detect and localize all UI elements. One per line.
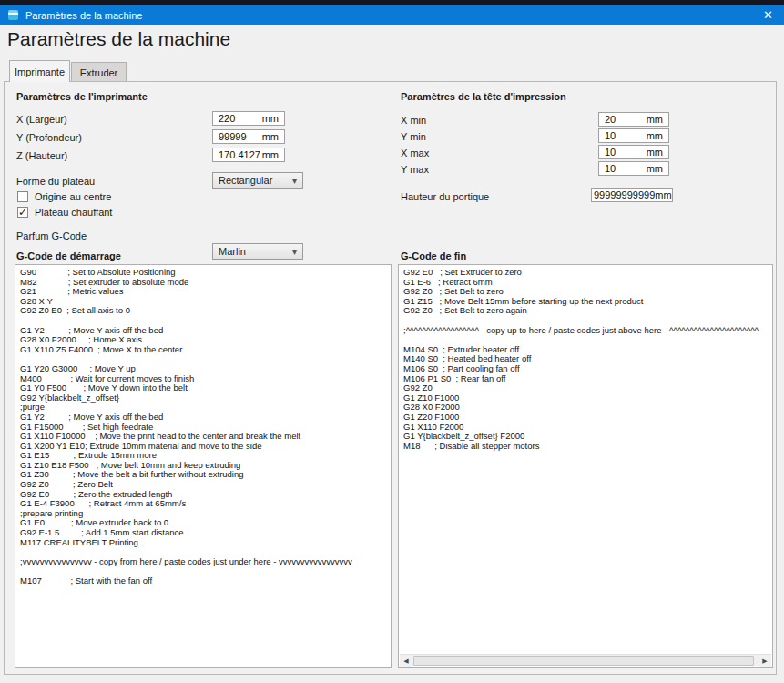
heated-bed-checkbox[interactable]: ✓: [17, 207, 28, 218]
chevron-down-icon: ▾: [292, 176, 297, 186]
origin-center-checkbox[interactable]: [17, 191, 28, 202]
y-max-field[interactable]: 10 mm: [598, 161, 669, 176]
printer-settings-title: Paramètres de l'imprimante: [16, 91, 148, 102]
app-icon: [8, 10, 18, 20]
x-max-unit: mm: [647, 147, 663, 158]
x-max-value: 10: [605, 147, 616, 158]
gantry-height-field[interactable]: 99999999999 mm: [591, 188, 673, 202]
x-min-field[interactable]: 20 mm: [598, 112, 669, 127]
tab-extruder[interactable]: Extruder: [71, 62, 127, 82]
titlebar: Paramètres de la machine ✕: [0, 5, 784, 25]
page-title: Paramètres de la machine: [7, 28, 230, 50]
z-height-unit: mm: [262, 149, 279, 160]
end-gcode-textarea[interactable]: G92 E0 ; Set Extruder to zero G1 E-6 ; R…: [398, 264, 773, 668]
z-height-field[interactable]: 170.4127 mm: [212, 148, 285, 162]
y-max-label: Y max: [401, 164, 429, 175]
start-gcode-textarea[interactable]: G90 ; Set to Absolute Positioning M82 ; …: [15, 264, 392, 668]
x-width-label: X (Largeur): [16, 114, 67, 125]
x-max-label: X max: [401, 148, 429, 158]
end-gcode-title: G-Code de fin: [401, 250, 466, 261]
x-max-field[interactable]: 10 mm: [598, 145, 669, 159]
horizontal-scrollbar: ◀ ▶: [400, 654, 771, 666]
gcode-flavor-dropdown[interactable]: Marlin ▾: [212, 243, 303, 260]
checkmark-icon: ✓: [18, 206, 27, 219]
z-height-value: 170.4127: [219, 149, 260, 160]
z-height-label: Z (Hauteur): [16, 150, 67, 161]
y-min-unit: mm: [647, 130, 663, 141]
heated-bed-row: ✓ Plateau chauffant: [17, 207, 112, 218]
machine-settings-dialog: Paramètres de la machine ✕ Paramètres de…: [0, 0, 784, 683]
gcode-flavor-value: Marlin: [219, 246, 246, 257]
chevron-down-icon: ▾: [292, 247, 297, 257]
scroll-right-icon[interactable]: ▶: [759, 655, 771, 667]
printhead-settings-title: Paramètres de la tête d'impression: [401, 91, 566, 102]
y-min-field[interactable]: 10 mm: [598, 128, 669, 143]
y-max-unit: mm: [647, 163, 663, 174]
y-min-value: 10: [605, 130, 616, 141]
x-min-unit: mm: [647, 114, 663, 125]
x-min-value: 20: [605, 114, 616, 125]
window-title: Paramètres de la machine: [25, 10, 142, 21]
y-depth-value: 99999: [219, 131, 247, 142]
close-icon[interactable]: ✕: [763, 5, 773, 25]
tab-imprimante[interactable]: Imprimante: [9, 60, 70, 82]
y-depth-unit: mm: [262, 131, 279, 142]
scroll-left-icon[interactable]: ◀: [400, 655, 412, 667]
x-width-value: 220: [219, 113, 235, 124]
origin-center-label: Origine au centre: [35, 191, 111, 202]
y-depth-field[interactable]: 99999 mm: [212, 129, 285, 144]
y-depth-label: Y (Profondeur): [16, 132, 82, 143]
buildplate-shape-value: Rectangular: [219, 175, 272, 186]
gantry-height-unit: mm: [655, 189, 671, 200]
y-min-label: Y min: [401, 131, 426, 142]
scrollbar-thumb[interactable]: [413, 656, 754, 666]
gantry-height-value: 99999999999: [594, 189, 655, 200]
x-min-label: X min: [401, 115, 426, 126]
heated-bed-label: Plateau chauffant: [35, 207, 112, 218]
buildplate-shape-dropdown[interactable]: Rectangular ▾: [212, 172, 303, 189]
x-width-unit: mm: [262, 113, 279, 124]
y-max-value: 10: [605, 163, 616, 174]
start-gcode-text: G90 ; Set to Absolute Positioning M82 ; …: [15, 265, 391, 586]
end-gcode-text: G92 E0 ; Set Extruder to zero G1 E-6 ; R…: [399, 265, 772, 451]
start-gcode-title: G-Code de démarrage: [16, 250, 121, 261]
gcode-flavor-label: Parfum G-Code: [16, 230, 87, 241]
buildplate-shape-label: Forme du plateau: [16, 176, 95, 187]
x-width-field[interactable]: 220 mm: [212, 111, 285, 126]
gantry-height-label: Hauteur du portique: [401, 191, 489, 202]
origin-center-row: Origine au centre: [17, 191, 111, 202]
